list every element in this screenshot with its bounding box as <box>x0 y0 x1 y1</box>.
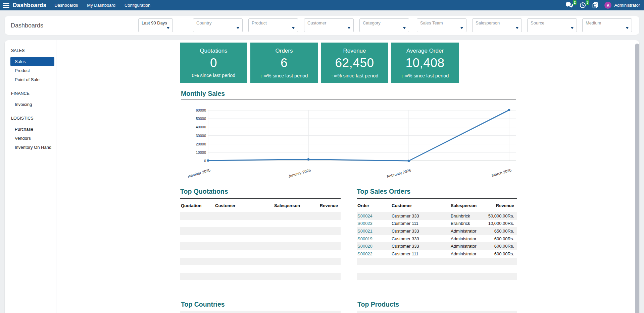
top-quotations-heading: Top Quotations <box>180 188 341 195</box>
cell-revenue: 650.00Rs. <box>488 229 517 234</box>
table-body: S00024Customer 333Brainbrick50,000.00Rs.… <box>357 212 517 280</box>
menu-item-dashboards[interactable]: Dashboards <box>54 3 78 8</box>
kpi-value: 6 <box>250 56 318 70</box>
sidebar-item-purchase[interactable]: Purchase <box>10 125 54 134</box>
empty-row <box>357 258 517 265</box>
main-menu: DashboardsMy DashboardConfiguration <box>54 3 150 8</box>
order-link[interactable]: S00024 <box>357 213 373 218</box>
user-menu[interactable]: A Administrator <box>604 2 640 9</box>
svg-text:December 2025: December 2025 <box>188 168 211 178</box>
monthly-sales-chart: 0100002000030000400005000060000December … <box>188 106 520 178</box>
kpi-value: 62,450 <box>321 56 388 70</box>
cell-order: S00021 <box>357 229 391 234</box>
filter-label: Category <box>363 20 381 25</box>
top-nav: Dashboards DashboardsMy DashboardConfigu… <box>0 0 644 10</box>
cell-salesperson: Administrator <box>450 251 488 256</box>
chevron-down-icon <box>292 27 295 29</box>
kpi-card-average-order: Average Order10,408↑∞% since last period <box>391 43 459 83</box>
top-quotations-table: Top QuotationsQuotationCustomerSalespers… <box>180 188 341 280</box>
messages-badge: 2 <box>573 0 577 5</box>
chevron-down-icon <box>626 27 629 29</box>
sidebar-section-sales: SALES <box>11 48 56 53</box>
app-title: Dashboards <box>13 2 46 9</box>
activities-button[interactable]: 3 <box>580 2 586 8</box>
date-range-label: Last 90 Days <box>142 20 167 25</box>
filter-medium[interactable]: Medium <box>582 18 632 32</box>
menu-item-configuration[interactable]: Configuration <box>125 3 150 8</box>
menu-item-my-dashboard[interactable]: My Dashboard <box>87 3 115 8</box>
table-row: S00021Customer 333Administrator650.00Rs. <box>357 227 517 235</box>
filter-country[interactable]: Country <box>193 18 243 32</box>
sidebar-item-sales[interactable]: Sales <box>10 57 54 66</box>
date-range-select[interactable]: Last 90 Days <box>138 18 173 32</box>
svg-text:10000: 10000 <box>196 150 206 154</box>
order-link[interactable]: S00019 <box>357 236 373 241</box>
svg-text:50000: 50000 <box>196 117 206 121</box>
svg-text:30000: 30000 <box>196 134 206 138</box>
chevron-down-icon <box>237 27 239 29</box>
filter-product[interactable]: Product <box>248 18 298 32</box>
filter-customer[interactable]: Customer <box>304 18 354 32</box>
empty-row <box>180 235 341 243</box>
column-header-customer: Customer <box>391 203 450 208</box>
cell-order: S00019 <box>357 236 391 241</box>
svg-text:40000: 40000 <box>196 125 206 129</box>
table-row: S00020Customer 333Administrator600.00Rs. <box>357 242 517 250</box>
filter-sales-team[interactable]: Sales Team <box>417 18 466 32</box>
kpi-label: Revenue <box>321 48 388 54</box>
top-sales-orders-heading: Top Sales Orders <box>357 188 517 195</box>
table-row: S00022Customer 111Administrator600.00Rs. <box>357 250 517 258</box>
kpi-delta-text: ∞% since last period <box>263 73 308 78</box>
table-row: S00019Customer 333Administrator600.00Rs. <box>357 235 517 243</box>
cell-revenue: 50,000.00Rs. <box>488 213 517 218</box>
filter-label: Product <box>252 20 267 25</box>
arrow-up-icon: ↑ <box>331 73 334 78</box>
filter-source[interactable]: Source <box>527 18 577 32</box>
empty-row <box>180 265 341 273</box>
monthly-sales-chart-container: 0100002000030000400005000060000December … <box>188 106 520 179</box>
filter-label: Customer <box>307 20 326 25</box>
hamburger-menu-icon[interactable] <box>3 3 9 8</box>
kpi-card-revenue: Revenue62,450↑∞% since last period <box>321 43 388 83</box>
kpi-delta-text: 0% since last period <box>192 73 236 78</box>
empty-row <box>180 242 341 250</box>
cell-customer: Customer 333 <box>391 229 450 234</box>
sidebar-item-vendors[interactable]: Vendors <box>10 134 54 143</box>
table-row: S00024Customer 333Brainbrick50,000.00Rs. <box>357 212 517 220</box>
chat-icon <box>565 2 573 8</box>
kpi-delta-text: ∞% since last period <box>404 73 449 78</box>
kpi-value: 0 <box>180 56 247 70</box>
apps-button[interactable] <box>592 2 598 8</box>
cell-salesperson: Administrator <box>450 229 488 234</box>
filter-salesperson[interactable]: Salesperson <box>472 18 522 32</box>
order-link[interactable]: S00020 <box>357 244 373 249</box>
systray: 2 3 A Administrator <box>565 2 640 9</box>
kpi-label: Average Order <box>391 48 459 54</box>
scrollbar-thumb[interactable] <box>635 44 639 313</box>
empty-row <box>180 227 341 235</box>
order-link[interactable]: S00021 <box>357 229 373 234</box>
chevron-down-icon <box>348 27 350 29</box>
sidebar-item-point-of-sale[interactable]: Point of Sale <box>10 75 54 84</box>
sidebar-item-inventory-on-hand[interactable]: Inventory On Hand <box>10 143 54 152</box>
kpi-label: Orders <box>250 48 318 54</box>
cell-salesperson: Brainbrick <box>450 213 488 218</box>
cell-revenue: 600.00Rs. <box>488 244 517 249</box>
sidebar-item-product[interactable]: Product <box>10 66 54 75</box>
order-link[interactable]: S00022 <box>357 251 373 256</box>
order-link[interactable]: S00023 <box>357 221 373 226</box>
column-header-order: Order <box>357 203 391 208</box>
chevron-down-icon <box>167 27 169 29</box>
cell-customer: Customer 111 <box>391 251 450 256</box>
column-header-customer: Customer <box>214 203 274 208</box>
cell-revenue: 600.00Rs. <box>488 236 517 241</box>
kpi-delta: ↑∞% since last period <box>391 73 459 78</box>
sidebar-item-invoicing[interactable]: Invoicing <box>10 100 54 109</box>
filter-category[interactable]: Category <box>359 18 409 32</box>
svg-text:March 2026: March 2026 <box>491 168 512 177</box>
cell-revenue: 600.00Rs. <box>488 251 517 256</box>
column-header-revenue: Revenue <box>311 203 341 208</box>
page: Dashboards DashboardsMy DashboardConfigu… <box>0 0 644 313</box>
messages-button[interactable]: 2 <box>565 2 573 8</box>
filter-label: Medium <box>586 20 601 25</box>
